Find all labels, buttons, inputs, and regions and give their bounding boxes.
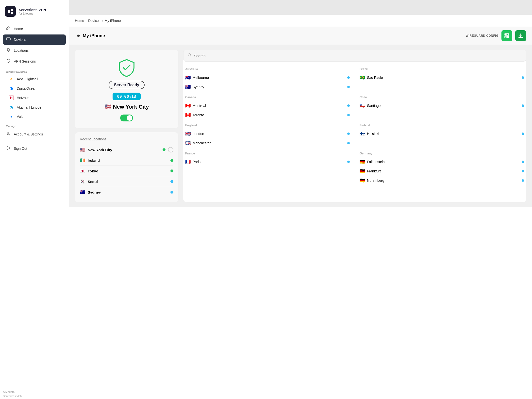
svg-rect-14 — [508, 36, 509, 37]
sidebar-item-locations[interactable]: Locations — [3, 45, 66, 56]
breadcrumb-home[interactable]: Home — [75, 19, 84, 23]
flag-saopaulo: 🇧🇷 — [360, 75, 365, 80]
flag-tokyo: 🇯🇵 — [80, 168, 85, 174]
flag-montreal: 🇨🇦 — [185, 103, 191, 108]
flag-frankfurt: 🇩🇪 — [360, 168, 365, 174]
sidebar-item-vpn-sessions-label: VPN Sessions — [14, 59, 36, 63]
region-label-england: England — [184, 124, 351, 127]
recent-item-seoul-name: Seoul — [88, 180, 168, 184]
svg-rect-1 — [11, 9, 13, 11]
dot-montreal — [347, 104, 350, 107]
region-label-brazil: Brazil — [359, 67, 525, 71]
region-germany: Germany 🇩🇪 Falkenstein 🇩🇪 Frankfurt — [358, 150, 526, 187]
sidebar-item-locations-label: Locations — [14, 49, 29, 52]
cloud-providers-label: Cloud Providers — [3, 67, 66, 75]
location-nuremberg[interactable]: 🇩🇪 Nuremberg — [359, 176, 525, 185]
current-location-flag: 🇺🇸 — [104, 104, 111, 110]
sidebar-item-devices[interactable]: Devices — [3, 34, 66, 45]
sidebar-item-vultr[interactable]: ▼ Vultr — [3, 112, 66, 121]
akamai-icon: ◔ — [9, 105, 14, 110]
sidebar-item-vpn-sessions[interactable]: VPN Sessions — [3, 56, 66, 66]
search-box — [183, 50, 526, 62]
sidebar-item-akamai-label: Akamai | Linode — [17, 105, 41, 109]
region-label-germany: Germany — [359, 152, 525, 155]
svg-rect-11 — [508, 34, 509, 35]
location-name-paris: Paris — [193, 160, 345, 164]
sidebar-item-home[interactable]: Home — [3, 24, 66, 34]
location-melbourne[interactable]: 🇦🇺 Melbourne — [184, 73, 351, 82]
qr-code-button[interactable] — [501, 30, 512, 41]
signout-icon — [6, 146, 11, 151]
flag-santiago: 🇨🇱 — [360, 103, 365, 108]
location-sydney-list[interactable]: 🇦🇺 Sydney — [184, 82, 351, 92]
dot-frankfurt — [522, 170, 524, 172]
sidebar-item-digitalocean[interactable]: ◑ DigitalOcean — [3, 84, 66, 93]
location-name-saopaulo: Sao Paulo — [367, 76, 520, 80]
download-button[interactable] — [515, 30, 526, 41]
location-name-manchester: Manchester — [193, 141, 345, 145]
location-saopaulo[interactable]: 🇧🇷 Sao Paulo — [359, 73, 525, 82]
flag-paris: 🇫🇷 — [185, 159, 191, 165]
location-frankfurt[interactable]: 🇩🇪 Frankfurt — [359, 166, 525, 176]
vpn-toggle[interactable] — [120, 115, 133, 121]
vpn-status-card: Server Ready 00:00:13 🇺🇸 New York City — [75, 50, 178, 128]
app-subtitle: for Lifetime — [19, 12, 46, 15]
recent-item-sydney[interactable]: 🇦🇺 Sydney — [80, 187, 173, 197]
sidebar: Serverless VPN for Lifetime Home Devices… — [0, 0, 69, 399]
recent-item-ireland[interactable]: 🇮🇪 Ireland — [80, 155, 173, 166]
server-ready-badge: Server Ready — [109, 81, 145, 89]
flag-nyc: 🇺🇸 — [80, 147, 85, 152]
flag-seoul: 🇰🇷 — [80, 179, 85, 184]
recent-item-nyc-name: New York City — [88, 148, 160, 152]
region-brazil: Brazil 🇧🇷 Sao Paulo — [358, 66, 526, 94]
location-name-frankfurt: Frankfurt — [367, 169, 520, 173]
region-label-australia: Australia — [184, 67, 351, 71]
recent-item-tokyo[interactable]: 🇯🇵 Tokyo — [80, 166, 173, 176]
location-paris[interactable]: 🇫🇷 Paris — [184, 157, 351, 166]
search-input[interactable] — [194, 54, 522, 58]
vultr-icon: ▼ — [9, 115, 14, 118]
dot-sydney-list — [347, 86, 350, 88]
location-london[interactable]: 🇬🇧 London — [184, 129, 351, 138]
location-helsinki[interactable]: 🇫🇮 Helsinki — [359, 129, 525, 138]
dot-saopaulo — [522, 76, 524, 79]
location-manchester[interactable]: 🇬🇧 Manchester — [184, 138, 351, 148]
location-name-santiago: Santiago — [367, 104, 520, 108]
breadcrumb-devices[interactable]: Devices — [88, 19, 100, 23]
current-location-name: New York City — [113, 104, 149, 110]
manage-label: Manage — [3, 121, 66, 129]
flag-ireland: 🇮🇪 — [80, 158, 85, 163]
sidebar-item-hetzner[interactable]: H Hetzner — [3, 93, 66, 102]
locations-card: Australia 🇦🇺 Melbourne 🇦🇺 Sydney — [183, 50, 526, 202]
recent-item-seoul[interactable]: 🇰🇷 Seoul — [80, 176, 173, 187]
recent-locations-card: Recent Locations 🇺🇸 New York City 🇮🇪 Ire… — [75, 132, 178, 202]
location-toronto[interactable]: 🇨🇦 Toronto — [184, 110, 351, 120]
sidebar-item-signout[interactable]: Sign Out — [3, 143, 66, 154]
sidebar-item-home-label: Home — [14, 27, 23, 31]
sidebar-item-signout-label: Sign Out — [14, 147, 27, 150]
device-name: My iPhone — [83, 33, 105, 38]
right-column: Australia 🇦🇺 Melbourne 🇦🇺 Sydney — [183, 50, 526, 202]
location-montreal[interactable]: 🇨🇦 Montreal — [184, 101, 351, 110]
svg-rect-2 — [11, 12, 13, 14]
recent-item-sydney-name: Sydney — [88, 190, 168, 194]
sidebar-item-akamai[interactable]: ◔ Akamai | Linode — [3, 103, 66, 112]
location-name-sydney-list: Sydney — [193, 85, 345, 89]
region-label-france: France — [184, 152, 351, 155]
location-name-montreal: Montreal — [193, 104, 345, 108]
sidebar-item-account[interactable]: Account & Settings — [3, 129, 66, 139]
flag-sydney: 🇦🇺 — [80, 189, 85, 195]
sidebar-item-aws[interactable]: a AWS Lightsail — [3, 75, 66, 83]
region-label-chile: Chile — [359, 96, 525, 99]
dot-outline-nyc — [168, 147, 173, 152]
sidebar-item-vultr-label: Vultr — [17, 115, 24, 118]
vpn-toggle-wrap[interactable] — [120, 115, 133, 121]
svg-line-18 — [190, 56, 192, 57]
location-falkenstein[interactable]: 🇩🇪 Falkenstein — [359, 157, 525, 166]
sidebar-item-hetzner-label: Hetzner — [17, 96, 29, 100]
recent-item-ireland-name: Ireland — [88, 158, 168, 163]
location-santiago[interactable]: 🇨🇱 Santiago — [359, 101, 525, 110]
svg-rect-13 — [507, 36, 508, 37]
recent-item-nyc[interactable]: 🇺🇸 New York City — [80, 145, 173, 155]
region-label-canada: Canada — [184, 96, 351, 99]
